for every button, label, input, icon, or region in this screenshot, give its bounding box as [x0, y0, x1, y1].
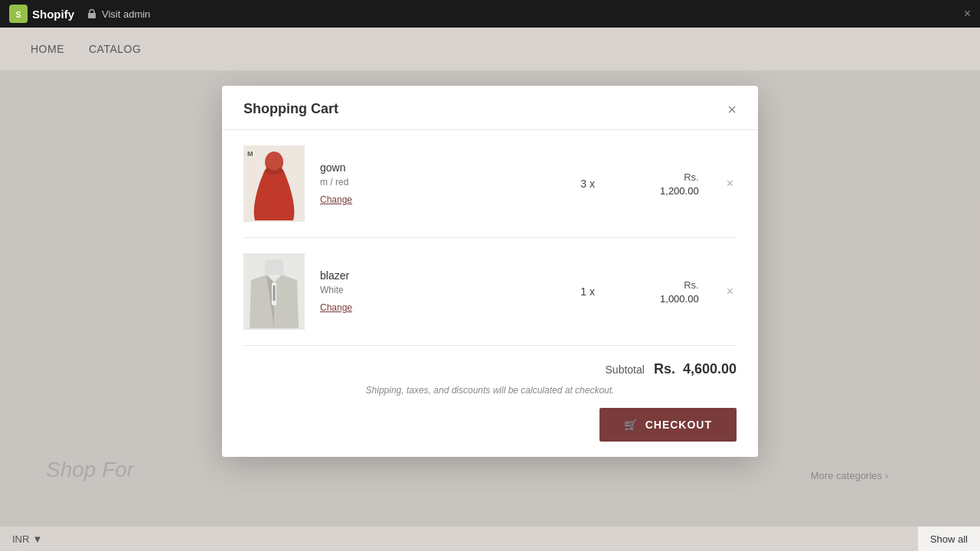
shopify-logo-icon: S	[9, 5, 28, 23]
gown-currency: Rs.	[684, 171, 699, 183]
nav-catalog[interactable]: CATALOG	[89, 43, 141, 55]
subtotal-amount: Rs. 4,600.00	[654, 361, 737, 377]
checkout-label: CHECKOUT	[645, 419, 712, 431]
modal-footer: Subtotal Rs. 4,600.00 Shipping, taxes, a…	[222, 346, 758, 457]
gown-price: Rs. 1,200.00	[622, 170, 699, 197]
svg-rect-9	[273, 285, 276, 301]
blazer-quantity: 1 x	[569, 285, 607, 298]
shipping-note: Shipping, taxes, and discounts will be c…	[243, 385, 737, 396]
shopify-logo: S shopify	[9, 5, 74, 23]
cart-items-list: M gown m / red Change 3 x Rs. 1,	[222, 130, 758, 346]
blazer-variant: White	[320, 285, 554, 295]
blazer-price-amount: 1,000.00	[660, 293, 699, 305]
gown-image: M	[243, 145, 305, 222]
checkout-row: 🛒 CHECKOUT	[243, 408, 737, 442]
svg-text:S: S	[15, 10, 21, 19]
modal-title: Shopping Cart	[243, 101, 338, 117]
nav-links: HOME CATALOG	[31, 43, 141, 55]
gown-variant: m / red	[320, 177, 554, 187]
cart-item-blazer: blazer White Change 1 x Rs. 1,000.00 ×	[243, 238, 737, 346]
svg-rect-7	[265, 259, 283, 275]
currency-selector[interactable]: INR ▼	[12, 533, 42, 545]
subtotal-currency: Rs.	[654, 361, 675, 377]
more-categories-text: More categories ›	[811, 468, 888, 482]
subtotal-row: Subtotal Rs. 4,600.00	[243, 361, 737, 377]
svg-text:M: M	[247, 150, 253, 158]
cart-icon: 🛒	[624, 419, 638, 431]
shopping-cart-modal: Shopping Cart × M gown	[222, 86, 758, 457]
gown-name: gown	[320, 161, 554, 174]
top-bar-right: ×	[964, 7, 971, 21]
blazer-price: Rs. 1,000.00	[622, 278, 699, 305]
blazer-image-svg	[243, 253, 305, 330]
blazer-remove-button[interactable]: ×	[724, 285, 737, 298]
blazer-name: blazer	[320, 269, 554, 282]
subtotal-label: Subtotal	[606, 364, 645, 376]
modal-header: Shopping Cart ×	[222, 86, 758, 130]
gown-change-button[interactable]: Change	[320, 194, 352, 205]
blazer-change-button[interactable]: Change	[320, 302, 352, 313]
lock-icon	[87, 8, 97, 19]
show-all-button[interactable]: Show all	[918, 527, 980, 551]
svg-rect-2	[88, 13, 96, 18]
blazer-currency: Rs.	[684, 279, 699, 291]
gown-price-amount: 1,200.00	[660, 185, 699, 197]
currency-arrow-icon: ▼	[32, 533, 42, 545]
nav-home[interactable]: HOME	[31, 43, 64, 55]
blazer-details: blazer White Change	[320, 269, 554, 314]
modal-close-button[interactable]: ×	[727, 102, 737, 117]
top-bar: S shopify Visit admin ×	[0, 0, 980, 28]
bottom-bar: INR ▼ Show all	[0, 527, 980, 551]
currency-label: INR	[12, 533, 29, 545]
gown-remove-button[interactable]: ×	[724, 177, 737, 191]
shop-for-text: Shop For	[46, 458, 134, 482]
store-header: HOME CATALOG	[0, 28, 980, 70]
checkout-button[interactable]: 🛒 CHECKOUT	[599, 408, 737, 442]
gown-quantity: 3 x	[569, 178, 607, 190]
visit-admin-text: Visit admin	[102, 8, 150, 20]
gown-details: gown m / red Change	[320, 161, 554, 206]
subtotal-value: 4,600.00	[683, 361, 737, 377]
cart-item-gown: M gown m / red Change 3 x Rs. 1,	[243, 130, 737, 238]
shopify-brand-name: shopify	[32, 8, 74, 21]
visit-admin-link[interactable]: Visit admin	[87, 8, 150, 20]
top-bar-close-icon[interactable]: ×	[964, 7, 971, 20]
gown-image-svg: M	[243, 145, 305, 222]
blazer-image	[243, 253, 305, 330]
